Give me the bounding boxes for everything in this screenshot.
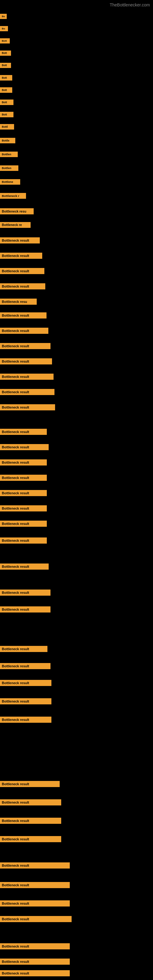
bottleneck-item: Bott: [0, 112, 13, 119]
bottleneck-item: Bottleneck result: [0, 253, 42, 260]
bottleneck-label: Bottleneck result: [0, 268, 45, 274]
bottleneck-item: Bottlen: [0, 151, 18, 158]
bottleneck-label: Bottleneck result: [0, 680, 51, 686]
bottleneck-label: Bottleneck result: [0, 590, 51, 596]
bottleneck-item: Bott: [0, 87, 12, 94]
bottleneck-item: Bottleneck result: [0, 404, 55, 412]
bottleneck-item: Bottleneck result: [0, 862, 70, 870]
bottleneck-label: Bottleneck result: [0, 606, 51, 612]
bottleneck-item: Bottleneck result: [0, 283, 45, 291]
bottleneck-label: Bottleneck re: [0, 222, 30, 228]
bottleneck-label: Bottleneck result: [0, 312, 46, 318]
bottleneck-label: Bottleneck result: [0, 538, 47, 544]
bottleneck-label: Bottleneck result: [0, 862, 70, 869]
bottleneck-item: Bottleneck result: [0, 882, 70, 889]
bottleneck-label: Bottle: [0, 138, 15, 143]
bottleneck-item: Bott: [0, 75, 12, 82]
site-title: TheBottlenecker.com: [0, 0, 153, 9]
bottleneck-label: Bott: [0, 100, 13, 105]
bottleneck-item: Bottleneck result: [0, 606, 51, 614]
bottleneck-label: Bottleneck result: [0, 444, 49, 450]
bottleneck-item: Bottleneck result: [0, 970, 70, 978]
bottleneck-item: Bottleneck result: [0, 538, 47, 545]
bottleneck-item: Bottleneck resu: [0, 299, 37, 306]
bottleneck-item: Bottleneck result: [0, 900, 70, 908]
bottleneck-label: Bottleneck result: [0, 970, 70, 976]
bottleneck-label: Bottleneck result: [0, 717, 51, 723]
bottleneck-item: Bottleneck result: [0, 799, 61, 807]
bottleneck-item: Bottl: [0, 124, 14, 131]
bottleneck-item: Bottleneck result: [0, 663, 51, 670]
bottleneck-item: Bottleneck result: [0, 563, 49, 571]
bottleneck-item: Bottle: [0, 138, 15, 145]
bottleneck-label: Bottleneck result: [0, 475, 47, 481]
bottleneck-label: Bottleneck result: [0, 343, 51, 349]
bottleneck-label: Bottleneck result: [0, 374, 54, 380]
bottleneck-label: Bottleneck result: [0, 900, 70, 907]
bottleneck-label: Bottleneck result: [0, 818, 61, 824]
bottleneck-label: Bottleneck result: [0, 460, 47, 466]
bottleneck-label: Bott: [0, 75, 12, 81]
bottleneck-label: Bottleneck result: [0, 404, 55, 410]
bottleneck-item: Bottleneck result: [0, 328, 48, 335]
bottleneck-item: Bottleneck result: [0, 680, 51, 687]
bottleneck-label: Bottleneck result: [0, 253, 42, 259]
bottleneck-label: Bottleneck result: [0, 943, 70, 950]
bottleneck-label: Bottleneck result: [0, 836, 61, 842]
bottleneck-item: Bottleneck result: [0, 698, 51, 706]
bottleneck-label: Bottleneck r: [0, 193, 26, 199]
bottleneck-label: Bo: [0, 26, 8, 31]
bottleneck-item: Bottlene: [0, 179, 20, 186]
bottleneck-label: Bottleneck result: [0, 283, 45, 290]
bottleneck-label: Bott: [0, 112, 13, 117]
bottleneck-item: Bottleneck result: [0, 916, 72, 923]
bottleneck-label: Bottleneck result: [0, 358, 52, 364]
bottleneck-label: Bottleneck result: [0, 663, 51, 669]
bottleneck-label: Bottleneck result: [0, 916, 72, 922]
bottleneck-item: Bottleneck result: [0, 520, 47, 528]
bottleneck-item: Bottleneck result: [0, 818, 61, 825]
bottleneck-label: Bottlen: [0, 151, 18, 157]
bottleneck-label: Bottleneck resu: [0, 299, 37, 305]
bottleneck-label: Bottleneck result: [0, 328, 48, 334]
bottleneck-item: Bottleneck resu: [0, 208, 33, 216]
bottleneck-item: Bottleneck result: [0, 959, 70, 966]
bottleneck-item: Bott: [0, 51, 11, 57]
bottleneck-label: Bottleneck result: [0, 959, 70, 965]
bottleneck-label: Bottlen: [0, 165, 18, 171]
bottleneck-item: Bottleneck result: [0, 374, 54, 381]
bottleneck-item: Bottleneck result: [0, 460, 47, 467]
bottleneck-label: Bottlene: [0, 179, 20, 185]
bottleneck-label: Bottleneck result: [0, 389, 54, 395]
bottleneck-label: Bottleneck result: [0, 646, 48, 652]
bottleneck-label: Bott: [0, 87, 12, 93]
bottleneck-item: Bottleneck result: [0, 358, 52, 366]
bottleneck-item: Bottleneck result: [0, 429, 47, 436]
bottleneck-label: Bottleneck result: [0, 799, 61, 805]
bottleneck-item: Bottleneck r: [0, 193, 26, 200]
bottleneck-label: Bottl: [0, 124, 14, 130]
bottleneck-item: Bott: [0, 63, 11, 69]
bottleneck-label: Bottleneck result: [0, 781, 60, 787]
bottleneck-label: Bottleneck result: [0, 490, 47, 496]
bottleneck-label: Bottleneck result: [0, 698, 51, 705]
bottleneck-item: Bottleneck result: [0, 343, 51, 350]
bottleneck-label: Bottleneck result: [0, 429, 47, 435]
bottleneck-item: Bottleneck result: [0, 717, 51, 724]
bottleneck-label: Bott: [0, 51, 11, 56]
bottleneck-item: Bo: [0, 26, 8, 32]
bottleneck-label: Bott: [0, 63, 11, 68]
bottleneck-item: Bottleneck result: [0, 444, 49, 452]
bottleneck-label: Bottleneck result: [0, 237, 40, 243]
bottleneck-label: Bottleneck result: [0, 505, 47, 511]
bottleneck-item: Bottleneck re: [0, 222, 30, 229]
bottleneck-label: Bottleneck result: [0, 520, 47, 527]
bottleneck-item: Bo: [0, 14, 7, 20]
bottleneck-item: Bottlen: [0, 165, 18, 172]
bottleneck-label: Bott: [0, 38, 10, 43]
bottleneck-item: Bottleneck result: [0, 475, 47, 482]
bottleneck-label: Bottleneck result: [0, 882, 70, 888]
bottleneck-label: Bo: [0, 14, 7, 19]
bottleneck-item: Bottleneck result: [0, 505, 47, 513]
bottleneck-item: Bottleneck result: [0, 781, 60, 788]
